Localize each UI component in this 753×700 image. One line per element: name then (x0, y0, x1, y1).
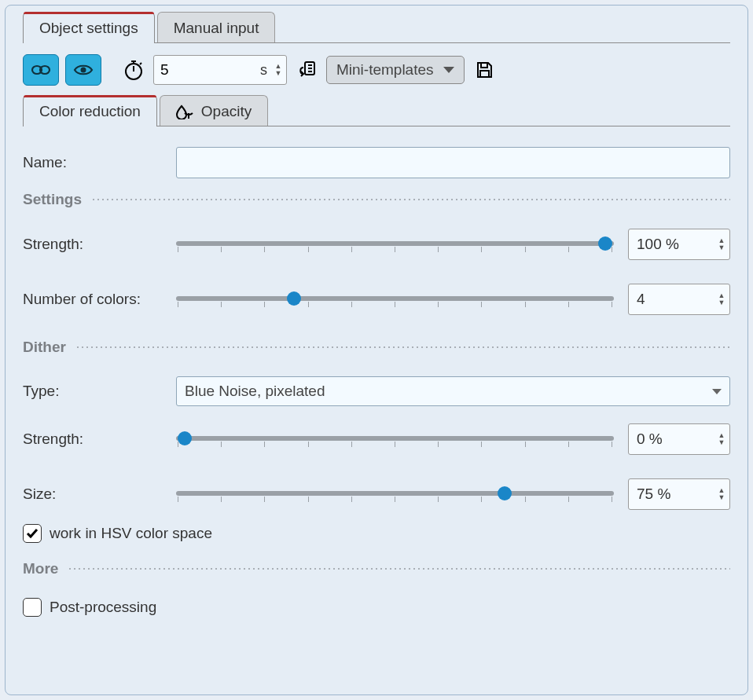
tab-label: Color reduction (39, 103, 141, 119)
hsv-checkbox[interactable] (23, 524, 42, 543)
strength-row: Strength: 100 % ▲▼ (23, 229, 730, 260)
chevron-down-icon (712, 389, 722, 394)
section-title: More (23, 560, 68, 577)
section-dither: Dither (23, 339, 730, 356)
sub-tabs: Color reduction Opacity (23, 95, 730, 126)
post-checkbox-row: Post-processing (23, 598, 730, 617)
section-divider (68, 568, 730, 570)
opacity-icon (176, 104, 195, 119)
mini-templates-button[interactable]: Mini-templates (326, 56, 465, 84)
strength-slider[interactable] (176, 235, 614, 254)
colors-label: Number of colors: (23, 291, 176, 308)
toolbar: s ▲ ▼ Mini-templates (23, 54, 730, 86)
dither-strength-slider[interactable] (176, 430, 614, 449)
tab-label: Manual input (174, 20, 259, 36)
eye-icon-button[interactable] (65, 54, 101, 86)
tab-label: Opacity (201, 103, 252, 120)
save-icon[interactable] (471, 57, 498, 83)
name-label: Name: (23, 154, 176, 171)
duration-spinner[interactable]: ▲ ▼ (274, 63, 283, 77)
colors-value-box[interactable]: 4 ▲▼ (628, 284, 730, 315)
tab-opacity[interactable]: Opacity (160, 95, 268, 126)
tab-object-settings[interactable]: Object settings (23, 12, 155, 42)
section-more: More (23, 560, 730, 577)
mini-templates-label: Mini-templates (336, 61, 434, 79)
strength-value: 100 % (637, 236, 714, 253)
colors-row: Number of colors: 4 ▲▼ (23, 284, 730, 315)
tab-label: Object settings (39, 20, 138, 36)
post-checkbox[interactable] (23, 598, 42, 617)
dither-type-label: Type: (23, 383, 176, 400)
spin-down-icon[interactable]: ▼ (717, 439, 726, 446)
dither-type-select[interactable]: Blue Noise, pixelated (176, 376, 730, 406)
chevron-down-icon (443, 67, 454, 73)
size-value: 75 % (637, 486, 714, 503)
hsv-label: work in HSV color space (50, 525, 212, 542)
colors-value: 4 (637, 291, 714, 308)
size-row: Size: 75 % ▲▼ (23, 478, 730, 510)
main-tabs: Object settings Manual input (23, 12, 730, 43)
tab-manual-input[interactable]: Manual input (157, 12, 276, 42)
dither-strength-value: 0 % (637, 431, 714, 448)
spin-down-icon[interactable]: ▼ (717, 299, 726, 306)
link-icon-button[interactable] (23, 54, 59, 86)
name-input[interactable] (176, 147, 730, 178)
dither-type-value: Blue Noise, pixelated (185, 383, 325, 400)
duration-value[interactable] (160, 61, 208, 79)
spin-down-icon[interactable]: ▼ (717, 244, 726, 251)
svg-rect-5 (481, 63, 487, 68)
apply-template-icon[interactable] (293, 57, 320, 83)
strength-label: Strength: (23, 236, 176, 253)
size-value-box[interactable]: 75 % ▲▼ (628, 478, 730, 510)
stopwatch-icon (120, 57, 147, 83)
post-label: Post-processing (50, 599, 156, 616)
spin-down-icon[interactable]: ▼ (274, 70, 283, 77)
spin-down-icon[interactable]: ▼ (717, 494, 726, 501)
section-divider (75, 346, 730, 348)
size-label: Size: (23, 486, 176, 503)
name-row: Name: (23, 147, 730, 178)
colors-slider[interactable] (176, 290, 614, 309)
eye-icon (73, 63, 94, 77)
dither-strength-label: Strength: (23, 431, 176, 448)
link-icon (31, 63, 51, 77)
svg-point-2 (81, 68, 86, 73)
check-icon (26, 528, 39, 539)
duration-input[interactable]: s ▲ ▼ (153, 55, 287, 85)
size-slider[interactable] (176, 485, 614, 504)
dither-type-row: Type: Blue Noise, pixelated (23, 376, 730, 406)
section-divider (91, 199, 730, 200)
duration-unit: s (208, 62, 270, 79)
svg-rect-6 (480, 71, 489, 77)
strength-value-box[interactable]: 100 % ▲▼ (628, 229, 730, 260)
hsv-checkbox-row: work in HSV color space (23, 524, 730, 543)
section-settings: Settings (23, 191, 730, 208)
dither-strength-value-box[interactable]: 0 % ▲▼ (628, 423, 730, 455)
tab-color-reduction[interactable]: Color reduction (23, 95, 157, 126)
section-title: Settings (23, 191, 91, 208)
dither-strength-row: Strength: 0 % ▲▼ (23, 423, 730, 455)
section-title: Dither (23, 339, 75, 356)
